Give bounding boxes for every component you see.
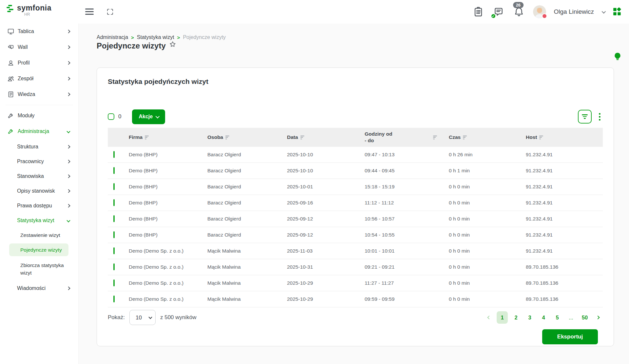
apps-grid-icon[interactable] xyxy=(613,6,622,18)
wrench-icon xyxy=(7,128,14,135)
row-checkbox[interactable] xyxy=(113,215,115,222)
sidebar-item-pracownicy[interactable]: Pracownicy xyxy=(0,154,78,169)
page-button-1[interactable]: 1 xyxy=(497,311,508,324)
breadcrumb-statystyka-wizyt[interactable]: Statystyka wizyt xyxy=(137,34,174,40)
sort-icon xyxy=(433,136,437,139)
row-checkbox[interactable] xyxy=(113,263,115,270)
sidebar-item-profil[interactable]: Profil xyxy=(0,55,78,71)
actions-button[interactable]: Akcje xyxy=(132,109,165,124)
chevron-right-icon xyxy=(67,61,70,65)
sort-icon xyxy=(539,136,543,139)
breadcrumb-separator: > xyxy=(131,35,134,40)
brand-logo[interactable]: symfonia HR xyxy=(7,4,51,17)
column-header-data[interactable]: Data xyxy=(287,134,365,140)
knowledge-icon xyxy=(7,91,14,98)
row-checkbox[interactable] xyxy=(113,167,115,174)
sidebar-item-zespol[interactable]: Zespół xyxy=(0,71,78,86)
table-row[interactable]: Demo (Demo Sp. z o.o.) Mącik Malwina 202… xyxy=(108,291,603,307)
breadcrumb-current: Pojedyncze wizyty xyxy=(183,34,226,40)
main-content: Administracja > Statystyka wizyt > Pojed… xyxy=(79,24,629,364)
results-count-label: z 500 wyników xyxy=(160,314,197,321)
symfonia-logo-icon xyxy=(7,5,14,14)
user-menu-chevron-down-icon[interactable] xyxy=(602,9,606,13)
row-checkbox[interactable] xyxy=(113,151,115,158)
sidebar-item-zbiorcza-statystyka[interactable]: Zbiorcza statystyka wizyt xyxy=(0,257,78,281)
status-dot xyxy=(542,13,547,19)
prev-page-icon[interactable] xyxy=(484,311,494,324)
sidebar-item-administracja[interactable]: Administracja xyxy=(0,124,78,139)
page-button-2[interactable]: 2 xyxy=(510,311,522,324)
table-row[interactable]: Demo (BHP) Baracz Olgierd 2025-09-12 10:… xyxy=(108,211,603,227)
sidebar-item-opisy-stanowisk[interactable]: Opisy stanowisk xyxy=(0,183,78,198)
table-row[interactable]: Demo (BHP) Baracz Olgierd 2025-10-10 09:… xyxy=(108,163,603,179)
chevron-right-icon xyxy=(67,189,70,193)
page-button-50[interactable]: 50 xyxy=(579,311,590,324)
wrench-icon xyxy=(7,112,14,119)
column-header-godziny[interactable]: Godziny od - do xyxy=(365,131,449,144)
user-name[interactable]: Olga Liniewicz xyxy=(554,8,594,15)
board-icon xyxy=(7,28,14,35)
visits-card: Statystyka pojedyńczych wizyt 0 Akcje Fi… xyxy=(97,67,614,346)
column-header-osoba[interactable]: Osoba xyxy=(207,134,287,140)
sidebar-item-struktura[interactable]: Struktura xyxy=(0,139,78,154)
table-row[interactable]: Demo (Demo Sp. z o.o.) Mącik Malwina 202… xyxy=(108,259,603,275)
table-row[interactable]: Demo (BHP) Baracz Olgierd 2025-09-12 10:… xyxy=(108,227,603,243)
favorite-star-icon[interactable] xyxy=(169,41,176,49)
page-button-3[interactable]: 3 xyxy=(524,311,535,324)
sidebar-item-prawa-dostepu[interactable]: Prawa dostępu xyxy=(0,198,78,213)
card-title: Statystyka pojedyńczych wizyt xyxy=(108,78,208,86)
sidebar-item-wall[interactable]: Wall xyxy=(0,39,78,55)
breadcrumb-separator: > xyxy=(177,35,180,40)
table-row[interactable]: Demo (Demo Sp. z o.o.) Mącik Malwina 202… xyxy=(108,243,603,259)
fullscreen-icon[interactable] xyxy=(105,7,115,16)
chevron-down-icon xyxy=(156,114,160,118)
help-lightbulb-icon[interactable] xyxy=(614,52,621,62)
table-row[interactable]: Demo (BHP) Baracz Olgierd 2025-09-16 11:… xyxy=(108,195,603,211)
pagination-bar: Pokaż: 10 z 500 wyników 1 2 3 4 5 ... 50 xyxy=(108,310,603,325)
row-checkbox[interactable] xyxy=(113,279,115,286)
row-checkbox[interactable] xyxy=(113,231,115,238)
column-header-host[interactable]: Host xyxy=(526,134,603,140)
more-options-kebab-icon[interactable] xyxy=(596,110,603,124)
breadcrumb-administracja[interactable]: Administracja xyxy=(97,34,128,40)
table-row[interactable]: Demo (BHP) Baracz Olgierd 2025-10-01 15:… xyxy=(108,179,603,195)
sidebar-item-statystyka-wizyt[interactable]: Statystyka wizyt xyxy=(0,213,78,228)
sidebar-item-stanowiska[interactable]: Stanowiska xyxy=(0,169,78,183)
sidebar: Tablica Wall Profil Zespół Wiedza M xyxy=(0,24,79,364)
column-header-czas[interactable]: Czas xyxy=(449,134,526,140)
page-button-4[interactable]: 4 xyxy=(538,311,549,324)
apps-grid-glyph xyxy=(613,8,621,16)
sidebar-item-wiedza[interactable]: Wiedza xyxy=(0,86,78,102)
export-button[interactable]: Eksportuj xyxy=(542,329,598,344)
bell-icon[interactable]: 26 xyxy=(513,6,525,18)
breadcrumb: Administracja > Statystyka wizyt > Pojed… xyxy=(97,34,226,40)
table-row[interactable]: Demo (BHP) Baracz Olgierd 2025-10-10 09:… xyxy=(108,147,603,163)
page-title: Pojedyncze wizyty xyxy=(97,41,166,50)
row-checkbox[interactable] xyxy=(113,183,115,190)
row-checkbox[interactable] xyxy=(113,199,115,206)
clipboard-icon[interactable] xyxy=(472,6,485,18)
sidebar-item-moduly[interactable]: Moduły xyxy=(0,108,78,124)
column-header-firma[interactable]: Firma xyxy=(129,134,207,140)
menu-icon[interactable] xyxy=(85,7,94,16)
row-checkbox[interactable] xyxy=(113,247,115,254)
sidebar-item-wiadomosci[interactable]: Wiadomości xyxy=(0,281,78,296)
selected-count: 0 xyxy=(118,113,121,120)
page-size-select[interactable]: 10 xyxy=(129,310,156,325)
filter-button[interactable] xyxy=(578,110,592,124)
row-checkbox[interactable] xyxy=(113,296,115,302)
next-page-icon[interactable] xyxy=(593,311,603,324)
sidebar-item-tablica[interactable]: Tablica xyxy=(0,24,78,39)
page-ellipsis: ... xyxy=(565,311,577,324)
profile-icon xyxy=(7,59,14,67)
sidebar-item-pojedyncze-wizyty[interactable]: Pojedyncze wizyty xyxy=(0,242,78,257)
select-all-checkbox[interactable] xyxy=(108,113,114,120)
topbar-actions: ✓ 26 Olga Liniewicz xyxy=(472,0,622,24)
avatar[interactable] xyxy=(533,5,546,18)
sidebar-item-zestawienie-wizyt[interactable]: Zestawienie wizyt xyxy=(0,228,78,242)
brand-sub-label: HR xyxy=(24,12,51,17)
page-button-5[interactable]: 5 xyxy=(552,311,563,324)
chat-icon[interactable]: ✓ xyxy=(492,6,505,18)
table-row[interactable]: Demo (Demo Sp. z o.o.) Mącik Malwina 202… xyxy=(108,275,603,291)
wall-chat-icon xyxy=(7,44,14,51)
